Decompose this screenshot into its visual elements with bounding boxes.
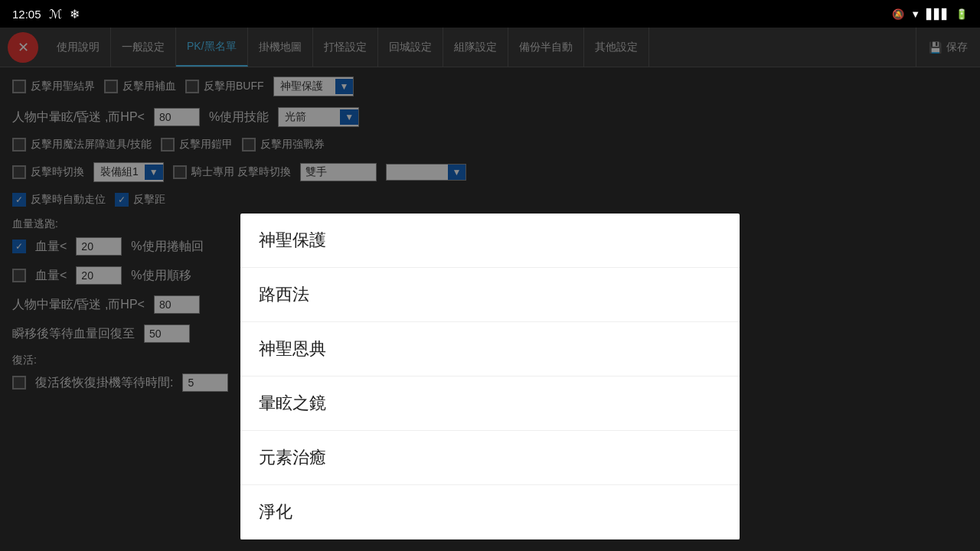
person-icon: ❄ xyxy=(70,7,80,21)
popup-item-4[interactable]: 元素治癒 xyxy=(240,431,740,485)
buff-dropdown-popup: 神聖保護 路西法 神聖恩典 暈眩之鏡 元素治癒 淨化 xyxy=(240,214,740,540)
popup-item-5[interactable]: 淨化 xyxy=(240,485,740,540)
signal-icon: ▋▋▋ xyxy=(926,8,949,20)
time: 12:05 xyxy=(12,8,41,21)
app-container: ✕ 使用說明 一般設定 PK/黑名單 掛機地圖 打怪設定 回城設定 組隊設定 備… xyxy=(0,28,980,551)
music-icon: ℳ xyxy=(49,7,62,21)
popup-item-1[interactable]: 路西法 xyxy=(240,268,740,322)
popup-item-3[interactable]: 暈眩之鏡 xyxy=(240,377,740,431)
wifi-icon: ▼ xyxy=(910,8,920,20)
battery-icon: 🔋 xyxy=(956,8,968,20)
mute-icon: 🔕 xyxy=(892,8,904,20)
status-bar: 12:05 ℳ ❄ 🔕 ▼ ▋▋▋ 🔋 xyxy=(0,0,980,28)
popup-item-2[interactable]: 神聖恩典 xyxy=(240,322,740,377)
popup-item-0[interactable]: 神聖保護 xyxy=(240,214,740,268)
